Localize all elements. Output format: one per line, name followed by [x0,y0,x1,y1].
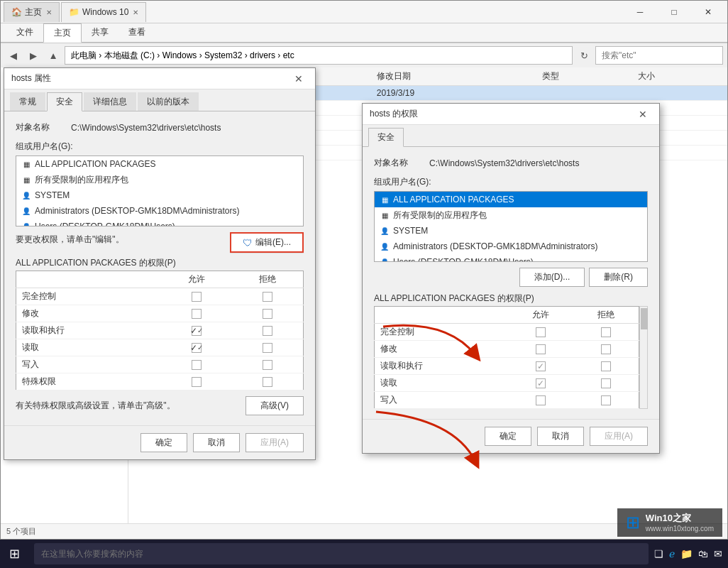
user-icon-0: ▦ [21,158,32,170]
ok-button-right[interactable]: 确定 [485,427,531,446]
object-value: C:\Windows\System32\drivers\etc\hosts [71,123,221,133]
permissions-footer: 确定 取消 应用(A) [363,419,659,453]
permissions-close[interactable]: ✕ [634,105,652,124]
maximize-button[interactable]: □ [658,1,690,23]
perm-user-icon-1: ▦ [379,209,390,221]
store-icon[interactable]: 🛍 [698,548,708,559]
user-list: ▦ ALL APPLICATION PACKAGES ▦ 所有受限制的应用程序包… [16,155,304,226]
watermark-title: Win10之家 [646,513,714,525]
search-input[interactable] [595,46,723,65]
minimize-button[interactable]: ─ [624,1,656,23]
allow-checkbox[interactable] [536,344,546,354]
ribbon-tab-view[interactable]: 查看 [118,23,155,42]
perm-user-item-3[interactable]: 👤 Administrators (DESKTOP-GMK18DM\Admini… [375,239,647,254]
refresh-button[interactable]: ↻ [575,47,592,64]
allow-checkbox[interactable] [192,292,202,302]
deny-checkbox[interactable] [263,309,272,319]
address-bar: ◀ ▶ ▲ ↻ [1,43,727,67]
cancel-button-left[interactable]: 取消 [193,433,240,452]
deny-checkbox[interactable] [601,395,611,405]
user-icon-3: 👤 [21,205,32,217]
allow-checkbox[interactable]: ✓ [192,326,202,336]
allow-checkbox[interactable] [192,377,202,387]
tab-win10-close[interactable]: ✕ [133,9,138,16]
user-item-2[interactable]: 👤 SYSTEM [16,187,303,203]
deny-checkbox[interactable] [263,292,272,302]
address-input[interactable] [65,46,573,65]
taskview-icon[interactable]: ❏ [654,548,663,559]
user-item-4[interactable]: 👤 Users (DESKTOP-GMK18DM\Users) [16,219,303,226]
tab-general[interactable]: 常规 [10,92,45,111]
allow-checkbox[interactable] [192,360,202,370]
apply-button-left[interactable]: 应用(A) [246,433,304,452]
deny-checkbox[interactable] [263,360,272,370]
up-button[interactable]: ▲ [45,47,62,64]
user-item-1[interactable]: ▦ 所有受限制的应用程序包 [16,172,303,187]
close-button[interactable]: ✕ [692,1,724,23]
apply-button-right[interactable]: 应用(A) [590,427,648,446]
ribbon-tab-file[interactable]: 文件 [6,23,43,42]
col-type[interactable]: 类型 [536,67,632,86]
cancel-button-right[interactable]: 取消 [537,427,584,446]
perm-group-label: 组或用户名(G): [374,176,648,188]
allow-checkbox[interactable] [192,309,202,319]
dialog-properties: hosts 属性 ✕ 常规 安全 详细信息 以前的版本 对象名称 C:\Wind… [4,67,316,460]
ribbon-tab-share[interactable]: 共享 [82,23,118,42]
tab-win10[interactable]: 📁 Windows 10 ✕ [61,2,146,22]
win-logo-icon: ⊞ [626,513,640,532]
allow-checkbox[interactable]: ✓ [536,361,546,371]
ribbon-tab-home[interactable]: 主页 [43,23,82,43]
deny-checkbox[interactable] [263,377,272,387]
deny-checkbox[interactable] [601,327,611,337]
permission-row: 特殊权限 [16,373,304,390]
forward-button[interactable]: ▶ [25,47,42,64]
permissions-body: 对象名称 C:\Windows\System32\drivers\etc\hos… [363,147,659,419]
edit-button[interactable]: 🛡 编辑(E)... [230,232,304,253]
edit-row: 要更改权限，请单击"编辑"。 🛡 编辑(E)... [16,232,304,253]
taskbar-search-input[interactable] [34,543,649,564]
perm-user-item-0[interactable]: ▦ ALL APPLICATION PACKAGES [375,192,647,207]
taskbar: ⊞ ❏ ℯ 📁 🛍 ✉ [0,540,728,568]
permission-row: 完全控制 [375,324,639,341]
tab-previous[interactable]: 以前的版本 [138,92,199,111]
folder-icon[interactable]: 📁 [680,548,693,559]
perm-user-item-1[interactable]: ▦ 所有受限制的应用程序包 [375,207,647,223]
col-size[interactable]: 大小 [632,67,727,86]
start-button[interactable]: ⊞ [0,540,28,568]
deny-checkbox[interactable] [263,326,272,336]
add-button[interactable]: 添加(D)... [519,268,585,287]
edit-note: 要更改权限，请单击"编辑"。 [16,234,124,246]
allow-checkbox[interactable] [536,327,546,337]
tab-security[interactable]: 安全 [47,92,82,111]
properties-close[interactable]: ✕ [289,70,308,88]
col-date[interactable]: 修改日期 [371,67,536,86]
allow-checkbox[interactable]: ✓ [536,378,546,388]
tab-home-close[interactable]: ✕ [46,9,52,16]
edge-icon[interactable]: ℯ [669,548,675,559]
permission-row: 修改 [375,341,639,358]
deny-checkbox[interactable] [601,361,611,371]
deny-checkbox[interactable] [601,378,611,388]
allow-checkbox[interactable] [536,395,546,405]
permission-row: 写入 [375,392,639,409]
tab-home[interactable]: 🏠 主页 ✕ [4,2,60,22]
user-item-3[interactable]: 👤 Administrators (DESKTOP-GMK18DM\Admini… [16,203,303,219]
deny-checkbox[interactable] [263,343,272,353]
allow-checkbox[interactable]: ✓ [192,343,202,353]
ok-button-left[interactable]: 确定 [140,433,187,452]
object-label: 对象名称 [16,121,65,133]
user-item-0[interactable]: ▦ ALL APPLICATION PACKAGES [16,156,303,172]
perm-user-item-2[interactable]: 👤 SYSTEM [375,223,647,239]
deny-checkbox[interactable] [601,344,611,354]
permission-row: 完全控制 [16,288,304,305]
advanced-button[interactable]: 高级(V) [246,396,304,415]
tab-details[interactable]: 详细信息 [84,92,136,111]
tab-security-perm[interactable]: 安全 [368,128,404,147]
dialog-permissions: hosts 的权限 ✕ 安全 对象名称 C:\Windows\System32\… [362,103,660,454]
mail-icon[interactable]: ✉ [714,548,722,559]
back-button[interactable]: ◀ [5,47,22,64]
remove-button[interactable]: 删除(R) [589,268,648,287]
perm-user-item-4[interactable]: 👤 Users (DESKTOP-GMK18DM\Users) [375,254,647,262]
perm-user-icon-0: ▦ [379,194,390,205]
advanced-note: 有关特殊权限或高级设置，请单击"高级"。 [16,400,175,412]
